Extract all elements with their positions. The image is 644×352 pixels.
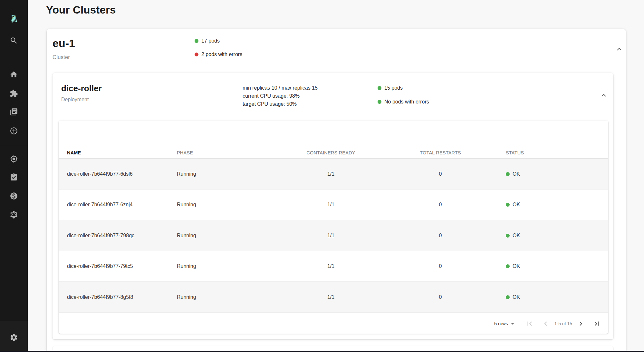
pod-name-cell: dice-roller-7b644f9b77-79tc5	[67, 251, 133, 282]
green-status-dot	[378, 100, 381, 104]
docs-library-icon[interactable]	[10, 108, 18, 116]
rows-per-page-value: 5 rows	[494, 321, 508, 326]
cost-dollar-icon[interactable]	[10, 192, 18, 200]
deployment-name: dice-roller	[61, 83, 102, 93]
clipboard-check-icon[interactable]	[10, 173, 18, 181]
graphql-icon[interactable]	[10, 210, 18, 219]
sidebar-divider	[0, 146, 28, 146]
tech-radar-target-icon[interactable]	[10, 155, 18, 163]
column-header-containers-ready[interactable]: CONTAINERS READY	[299, 146, 363, 159]
header-divider	[147, 38, 147, 62]
cluster-pods-errors: 2 pods with errors	[195, 52, 242, 57]
pod-restarts-cell: 0	[408, 190, 473, 220]
pod-status-cell: OK	[506, 190, 520, 220]
pod-restarts-cell: 0	[408, 251, 473, 282]
table-pagination: 5 rows 1-5 of 15	[494, 315, 601, 332]
page-title: Your Clusters	[46, 4, 116, 16]
table-row: dice-roller-7b644f9b77-798qc Running 1/1…	[59, 220, 608, 251]
cluster-collapse-chevron-up-icon[interactable]	[616, 46, 623, 53]
pod-status-label: OK	[513, 202, 520, 208]
table-row: dice-roller-7b644f9b77-6dsl6 Running 1/1…	[59, 159, 608, 190]
search-icon[interactable]	[10, 36, 18, 45]
deployment-pods-ok-label: 15 pods	[384, 85, 403, 91]
pod-ready-cell: 1/1	[299, 282, 363, 313]
pod-status-label: OK	[513, 233, 520, 239]
cluster-pods-ok: 17 pods	[195, 38, 220, 44]
pagination-range-label: 1-5 of 15	[554, 321, 572, 326]
backstage-logo-icon[interactable]: B	[8, 13, 19, 24]
green-status-dot	[506, 264, 510, 268]
pod-name-cell: dice-roller-7b644f9b77-6znj4	[67, 190, 133, 220]
table-row: dice-roller-7b644f9b77-8g5t8 Running 1/1…	[59, 282, 608, 313]
pod-phase-cell: Running	[177, 190, 196, 220]
sidebar: B	[0, 0, 28, 352]
green-status-dot	[506, 234, 510, 238]
pod-phase-cell: Running	[177, 251, 196, 282]
table-header-row: NAME PHASE CONTAINERS READY TOTAL RESTAR…	[59, 146, 608, 159]
column-header-name[interactable]: NAME	[67, 146, 81, 159]
deployment-collapse-chevron-up-icon[interactable]	[600, 92, 607, 99]
pods-table-card: NAME PHASE CONTAINERS READY TOTAL RESTAR…	[59, 121, 608, 334]
cluster-pods-ok-label: 17 pods	[201, 38, 220, 44]
table-row: dice-roller-7b644f9b77-6znj4 Running 1/1…	[59, 190, 608, 220]
sidebar-divider	[0, 58, 28, 58]
settings-gear-icon[interactable]	[10, 333, 18, 342]
svg-text:B: B	[11, 14, 16, 21]
table-body: dice-roller-7b644f9b77-6dsl6 Running 1/1…	[59, 159, 608, 313]
pod-name-cell: dice-roller-7b644f9b77-798qc	[67, 220, 134, 251]
green-status-dot	[378, 86, 381, 90]
pod-status-label: OK	[513, 263, 520, 269]
first-page-button[interactable]	[525, 319, 534, 328]
pod-name-cell: dice-roller-7b644f9b77-8g5t8	[67, 282, 133, 313]
stat-replicas: min replicas 10 / max replicas 15	[243, 84, 318, 92]
header-divider	[195, 82, 195, 109]
previous-page-button[interactable]	[542, 319, 550, 328]
green-status-dot	[506, 203, 510, 207]
pod-restarts-cell: 0	[408, 282, 473, 313]
column-header-phase[interactable]: PHASE	[177, 146, 193, 159]
pod-restarts-cell: 0	[408, 220, 473, 251]
stat-target-cpu: target CPU usage: 50%	[243, 100, 318, 108]
deployment-type-label: Deployment	[61, 97, 89, 103]
app-window: B	[0, 0, 644, 352]
pod-phase-cell: Running	[177, 282, 196, 313]
red-status-dot	[195, 53, 198, 56]
pod-status-cell: OK	[506, 159, 520, 190]
extension-puzzle-icon[interactable]	[10, 89, 18, 98]
pod-status-label: OK	[513, 294, 520, 300]
green-status-dot	[195, 39, 198, 43]
deployment-pods-ok: 15 pods	[378, 85, 403, 91]
last-page-button[interactable]	[593, 319, 601, 328]
pod-restarts-cell: 0	[408, 159, 473, 190]
stat-current-cpu: current CPU usage: 98%	[243, 92, 318, 100]
sidebar-divider	[0, 321, 28, 321]
pod-status-cell: OK	[506, 282, 520, 313]
pod-phase-cell: Running	[177, 220, 196, 251]
column-header-status[interactable]: STATUS	[506, 146, 524, 159]
deployment-card: dice-roller Deployment min replicas 10 /…	[53, 73, 613, 339]
pod-ready-cell: 1/1	[299, 251, 363, 282]
cluster-name: eu-1	[53, 37, 75, 50]
add-circle-icon[interactable]	[10, 127, 18, 135]
rows-per-page-select[interactable]: 5 rows	[494, 320, 516, 328]
window-bottom-edge	[0, 351, 644, 352]
cluster-pods-errors-label: 2 pods with errors	[201, 52, 242, 57]
pod-ready-cell: 1/1	[299, 220, 363, 251]
pod-ready-cell: 1/1	[299, 159, 363, 190]
cluster-card: eu-1 Cluster 17 pods 2 pods with errors …	[47, 29, 626, 352]
pod-status-cell: OK	[506, 251, 520, 282]
home-icon[interactable]	[10, 70, 18, 79]
deployment-pods-no-errors: No pods with errors	[378, 99, 429, 105]
dropdown-caret-icon	[509, 320, 516, 328]
pod-ready-cell: 1/1	[299, 190, 363, 220]
pod-phase-cell: Running	[177, 159, 196, 190]
cluster-type-label: Cluster	[53, 54, 70, 61]
next-page-button[interactable]	[577, 319, 585, 328]
pod-name-cell: dice-roller-7b644f9b77-6dsl6	[67, 159, 133, 190]
pod-status-label: OK	[513, 171, 520, 177]
column-header-total-restarts[interactable]: TOTAL RESTARTS	[408, 146, 473, 159]
green-status-dot	[506, 295, 510, 299]
table-row: dice-roller-7b644f9b77-79tc5 Running 1/1…	[59, 251, 608, 282]
pod-status-cell: OK	[506, 220, 520, 251]
green-status-dot	[506, 172, 510, 176]
